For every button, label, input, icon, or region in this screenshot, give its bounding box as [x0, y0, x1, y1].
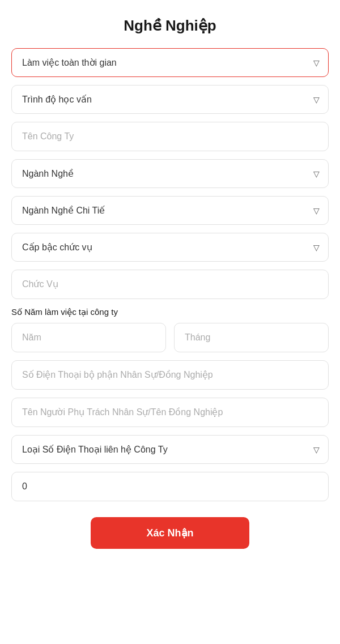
work-type-select-wrapper: Làm việc toàn thời gianLàm việc bán thời… — [11, 48, 329, 77]
work-type-select[interactable]: Làm việc toàn thời gianLàm việc bán thời… — [11, 48, 329, 77]
hr-phone-input[interactable] — [11, 360, 329, 390]
phone-number-group — [11, 472, 329, 501]
education-select[interactable]: Trình độ học vấnTrung họcCao đẳngĐại học… — [11, 85, 329, 114]
industry-select-wrapper: Ngành NghềCông nghệTài chínhY tếGiáo dục… — [11, 159, 329, 188]
job-level-select-wrapper: Cấp bậc chức vụNhân viênTrưởng nhómQuản … — [11, 233, 329, 262]
phone-number-input[interactable] — [11, 472, 329, 501]
phone-type-group: Loại Số Điện Thoại liên hệ Công TyDi độn… — [11, 435, 329, 464]
job-level-select[interactable]: Cấp bậc chức vụNhân viênTrưởng nhómQuản … — [11, 233, 329, 262]
confirm-button[interactable]: Xác Nhận — [91, 517, 249, 549]
phone-type-select[interactable]: Loại Số Điện Thoại liên hệ Công TyDi độn… — [11, 435, 329, 464]
year-month-row — [11, 323, 329, 360]
company-name-group — [11, 122, 329, 151]
education-group: Trình độ học vấnTrung họcCao đẳngĐại học… — [11, 85, 329, 114]
industry-detail-group: Ngành Nghề Chi TiếPhần mềmPhần cứngNgân … — [11, 196, 329, 225]
phone-type-select-wrapper: Loại Số Điện Thoại liên hệ Công TyDi độn… — [11, 435, 329, 464]
company-name-input[interactable] — [11, 122, 329, 151]
year-input[interactable] — [11, 323, 166, 352]
month-group — [174, 323, 329, 352]
month-input[interactable] — [174, 323, 329, 352]
hr-phone-group — [11, 360, 329, 390]
industry-detail-select-wrapper: Ngành Nghề Chi TiếPhần mềmPhần cứngNgân … — [11, 196, 329, 225]
education-select-wrapper: Trình độ học vấnTrung họcCao đẳngĐại học… — [11, 85, 329, 114]
hr-name-input[interactable] — [11, 398, 329, 427]
job-title-group — [11, 270, 329, 299]
job-title-input[interactable] — [11, 270, 329, 299]
job-level-group: Cấp bậc chức vụNhân viênTrưởng nhómQuản … — [11, 233, 329, 262]
industry-select[interactable]: Ngành NghềCông nghệTài chínhY tếGiáo dục — [11, 159, 329, 188]
years-label: Số Năm làm việc tại công ty — [11, 307, 329, 317]
page-title: Nghề Nghiệp — [11, 17, 329, 35]
work-type-group: Làm việc toàn thời gianLàm việc bán thời… — [11, 48, 329, 77]
industry-detail-select[interactable]: Ngành Nghề Chi TiếPhần mềmPhần cứngNgân … — [11, 196, 329, 225]
year-group — [11, 323, 166, 352]
industry-group: Ngành NghềCông nghệTài chínhY tếGiáo dục… — [11, 159, 329, 188]
hr-name-group — [11, 398, 329, 427]
